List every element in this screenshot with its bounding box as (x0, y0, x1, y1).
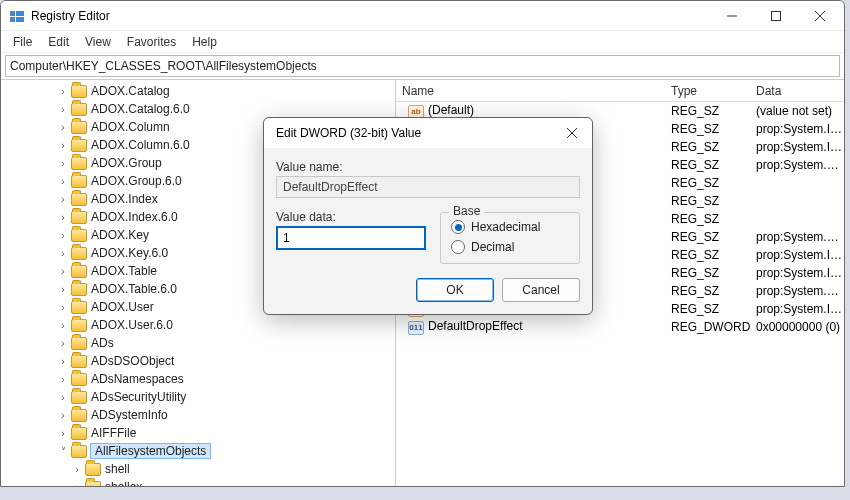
radio-hexadecimal[interactable]: Hexadecimal (451, 217, 569, 237)
chevron-right-icon[interactable]: › (57, 211, 69, 223)
tree-item[interactable]: ›shellex (1, 478, 395, 486)
folder-icon (71, 247, 87, 260)
tree-item[interactable]: ›ADSystemInfo (1, 406, 395, 424)
tree-label: ADOX.Table.6.0 (91, 282, 177, 296)
value-data: prop:System.Prop... (756, 158, 844, 172)
header-type[interactable]: Type (671, 84, 756, 98)
tree-item[interactable]: ›ADOX.Catalog.6.0 (1, 100, 395, 118)
chevron-right-icon[interactable]: › (57, 283, 69, 295)
cancel-button[interactable]: Cancel (502, 278, 580, 302)
chevron-right-icon[interactable]: › (57, 193, 69, 205)
folder-icon (71, 211, 87, 224)
radio-decimal[interactable]: Decimal (451, 237, 569, 257)
menu-view[interactable]: View (77, 33, 119, 51)
folder-icon (71, 193, 87, 206)
tree-label: ADOX.Key (91, 228, 149, 242)
ok-button[interactable]: OK (416, 278, 494, 302)
value-data-input[interactable] (276, 226, 426, 250)
tree-label: ADSystemInfo (91, 408, 168, 422)
dialog-close-button[interactable] (558, 119, 586, 147)
value-type: REG_SZ (671, 266, 756, 280)
svg-rect-1 (16, 11, 24, 16)
close-button[interactable] (798, 1, 842, 31)
tree-label: ADOX.Index.6.0 (91, 210, 178, 224)
edit-dword-dialog: Edit DWORD (32-bit) Value Value name: De… (263, 117, 593, 315)
tree-label: shellex (105, 480, 142, 486)
folder-icon (71, 319, 87, 332)
chevron-right-icon[interactable]: › (57, 139, 69, 151)
window-controls (710, 1, 842, 31)
chevron-right-icon[interactable]: › (57, 103, 69, 115)
value-type: REG_SZ (671, 248, 756, 262)
chevron-right-icon[interactable]: › (57, 355, 69, 367)
tree-label: ADOX.User.6.0 (91, 318, 173, 332)
binary-value-icon: 011 (408, 321, 424, 335)
chevron-right-icon[interactable]: › (57, 247, 69, 259)
menu-edit[interactable]: Edit (40, 33, 77, 51)
tree-label: ADOX.Index (91, 192, 158, 206)
chevron-right-icon[interactable]: › (57, 229, 69, 241)
menu-bar: File Edit View Favorites Help (1, 31, 844, 53)
chevron-down-icon[interactable]: ˅ (57, 445, 69, 457)
tree-label: ADOX.Group (91, 156, 162, 170)
menu-file[interactable]: File (5, 33, 40, 51)
tree-label: ADsNamespaces (91, 372, 184, 386)
value-type: REG_SZ (671, 158, 756, 172)
menu-help[interactable]: Help (184, 33, 225, 51)
tree-item[interactable]: ›ADOX.Catalog (1, 82, 395, 100)
value-type: REG_SZ (671, 104, 756, 118)
chevron-right-icon[interactable]: › (57, 121, 69, 133)
tree-label: ADsSecurityUtility (91, 390, 186, 404)
tree-item[interactable]: ›ADsSecurityUtility (1, 388, 395, 406)
chevron-right-icon[interactable]: › (57, 427, 69, 439)
base-group: Base Hexadecimal Decimal (440, 212, 580, 264)
value-name: DefaultDropEffect (428, 319, 523, 333)
value-type: REG_SZ (671, 284, 756, 298)
value-type: REG_SZ (671, 140, 756, 154)
value-name-field: DefaultDropEffect (276, 176, 580, 198)
chevron-right-icon[interactable]: › (57, 265, 69, 277)
value-data: prop:System.ItemE... (756, 266, 844, 280)
header-data[interactable]: Data (756, 84, 844, 98)
folder-icon (71, 85, 87, 98)
chevron-right-icon[interactable]: › (57, 175, 69, 187)
folder-icon (71, 391, 87, 404)
value-data: prop:System.Item... (756, 248, 844, 262)
chevron-right-icon[interactable]: › (57, 409, 69, 421)
chevron-right-icon[interactable]: › (57, 157, 69, 169)
svg-rect-3 (16, 17, 24, 22)
maximize-button[interactable] (754, 1, 798, 31)
header-name[interactable]: Name (396, 84, 671, 98)
chevron-right-icon[interactable]: › (57, 301, 69, 313)
chevron-right-icon[interactable]: › (57, 391, 69, 403)
tree-item[interactable]: ›ADsDSOObject (1, 352, 395, 370)
value-data: prop:System.Item... (756, 122, 844, 136)
folder-icon (71, 445, 87, 458)
chevron-right-icon[interactable]: › (57, 373, 69, 385)
chevron-right-icon[interactable]: › (57, 337, 69, 349)
chevron-right-icon[interactable]: › (71, 463, 83, 475)
minimize-button[interactable] (710, 1, 754, 31)
tree-item[interactable]: ›ADsNamespaces (1, 370, 395, 388)
tree-item[interactable]: ›ADs (1, 334, 395, 352)
tree-item[interactable]: ˅AllFilesystemObjects (1, 442, 395, 460)
value-type: REG_SZ (671, 122, 756, 136)
folder-icon (71, 157, 87, 170)
folder-icon (71, 409, 87, 422)
tree-item[interactable]: ›ADOX.User.6.0 (1, 316, 395, 334)
folder-icon (71, 175, 87, 188)
tree-item[interactable]: ›AIFFFile (1, 424, 395, 442)
menu-favorites[interactable]: Favorites (119, 33, 184, 51)
list-row[interactable]: 011DefaultDropEffectREG_DWORD0x00000000 … (396, 318, 844, 336)
value-data: prop:System.Item... (756, 140, 844, 154)
chevron-right-icon[interactable]: › (57, 85, 69, 97)
tree-label: ADsDSOObject (91, 354, 174, 368)
chevron-right-icon[interactable]: › (57, 319, 69, 331)
app-icon (9, 8, 25, 24)
tree-label: ADOX.Column.6.0 (91, 138, 190, 152)
chevron-right-icon[interactable]: › (71, 481, 83, 486)
dialog-body: Value name: DefaultDropEffect Value data… (264, 148, 592, 314)
tree-item[interactable]: ›shell (1, 460, 395, 478)
address-bar[interactable]: Computer\HKEY_CLASSES_ROOT\AllFilesystem… (5, 55, 840, 77)
value-type: REG_DWORD (671, 320, 756, 334)
